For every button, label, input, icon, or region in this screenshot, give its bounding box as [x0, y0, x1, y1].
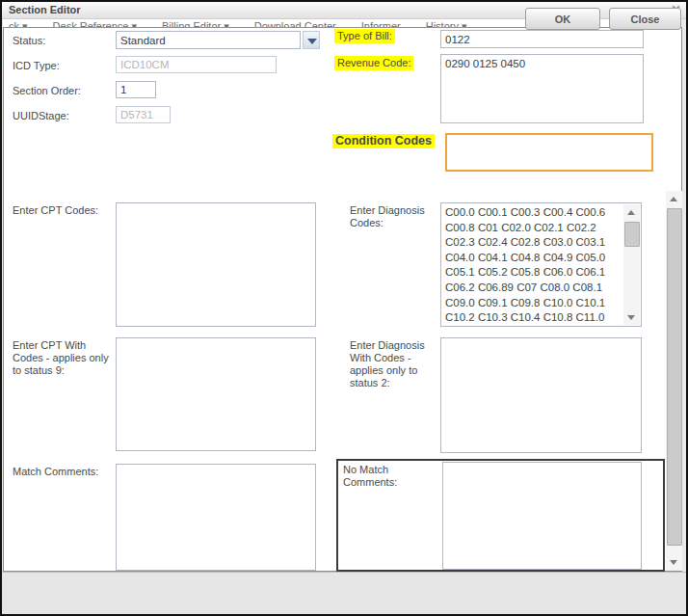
- match-comments-field[interactable]: [116, 464, 316, 571]
- scroll-down-button[interactable]: [623, 309, 640, 325]
- diagnosis-codes-line: C10.2 C10.3 C10.4 C10.8 C11.0: [445, 310, 623, 326]
- uuid-stage-label: UUIDStage:: [13, 110, 69, 122]
- diagnosis-with-codes-field[interactable]: [440, 337, 642, 453]
- icd-type-field: [116, 56, 277, 73]
- icd-type-label: ICD Type:: [13, 60, 60, 72]
- status-combobox[interactable]: Standard: [116, 31, 301, 49]
- background-menu-item: ck ▾: [9, 19, 28, 27]
- dialog-scrollbar[interactable]: [666, 191, 682, 571]
- scroll-up-button[interactable]: [623, 204, 640, 220]
- cpt-codes-field[interactable]: [116, 202, 316, 327]
- diagnosis-codes-line: C00.0 C00.1 C00.3 C00.4 C00.6: [445, 205, 623, 221]
- background-menu-item: History ▾: [426, 19, 467, 27]
- dialog-scrollbar-thumb[interactable]: [667, 208, 682, 546]
- match-comments-label: Match Comments:: [13, 466, 109, 478]
- revenue-code-field[interactable]: 0290 0125 0450: [440, 54, 644, 123]
- no-match-comments-field[interactable]: [442, 462, 642, 570]
- diagnosis-codes-line: C05.1 C05.2 C05.8 C06.0 C06.1: [445, 265, 623, 281]
- dialog-scroll-up-button[interactable]: [666, 191, 682, 206]
- listbox-scrollbar[interactable]: [623, 204, 640, 325]
- scroll-down-icon: [627, 315, 635, 320]
- scroll-down-icon: [670, 560, 677, 565]
- scroll-up-icon: [670, 197, 677, 201]
- dialog-footer: [2, 572, 686, 614]
- listbox-scrollbar-thumb[interactable]: [624, 222, 640, 247]
- diagnosis-codes-line: C11.1 C11.2 C11.3 C11.8 C11.9: [445, 326, 623, 327]
- status-label: Status:: [13, 35, 45, 47]
- cpt-codes-label: Enter CPT Codes:: [13, 204, 109, 217]
- section-order-label: Section Order:: [13, 85, 81, 97]
- diagnosis-codes-line: C09.0 C09.1 C09.8 C10.0 C10.1: [445, 296, 623, 311]
- uuid-stage-field: [116, 106, 171, 123]
- section-order-field[interactable]: [116, 81, 156, 98]
- diagnosis-with-codes-label: Enter Diagnosis With Codes - applies onl…: [350, 339, 438, 389]
- condition-codes-field[interactable]: [445, 133, 653, 172]
- close-button[interactable]: Close: [609, 8, 681, 30]
- diagnosis-codes-line: C02.3 C02.4 C02.8 C03.0 C03.1: [445, 235, 623, 251]
- diagnosis-codes-listbox[interactable]: C00.0 C00.1 C00.3 C00.4 C00.6C00.8 C01 C…: [440, 202, 642, 327]
- background-menu-item: Desk Reference ▾: [53, 19, 137, 27]
- diagnosis-codes-line: C00.8 C01 C02.0 C02.1 C02.2: [445, 221, 623, 236]
- condition-codes-label: Condition Codes: [332, 134, 435, 148]
- no-match-comments-label: No Match Comments:: [343, 464, 410, 489]
- type-of-bill-field[interactable]: [440, 30, 644, 48]
- cpt-with-codes-label: Enter CPT With Codes - applies only to s…: [13, 339, 109, 377]
- diagnosis-codes-line: C06.2 C06.89 C07 C08.0 C08.1: [445, 281, 623, 296]
- type-of-bill-label: Type of Bill:: [334, 29, 395, 43]
- status-dropdown-button[interactable]: [303, 31, 320, 49]
- ok-button[interactable]: OK: [525, 8, 600, 30]
- section-editor-dialog: Section Editor ✕ ck ▾Desk Reference ▾Bil…: [0, 0, 688, 616]
- dialog-title: Section Editor: [9, 4, 81, 15]
- diagnosis-codes-label: Enter Diagnosis Codes:: [350, 204, 438, 229]
- diagnosis-codes-lines: C00.0 C00.1 C00.3 C00.4 C00.6C00.8 C01 C…: [441, 204, 623, 327]
- dialog-scroll-down-button[interactable]: [666, 554, 682, 570]
- revenue-code-label: Revenue Code:: [334, 56, 413, 70]
- background-menu-item: Download Center: [254, 19, 336, 27]
- background-menu-item: Informer: [361, 19, 401, 27]
- cpt-with-codes-field[interactable]: [116, 337, 316, 451]
- diagnosis-codes-line: C04.0 C04.1 C04.8 C04.9 C05.0: [445, 251, 623, 266]
- scroll-up-icon: [627, 210, 635, 215]
- chevron-down-icon: [307, 39, 317, 44]
- background-menu-item: Billing Editor ▾: [162, 19, 229, 27]
